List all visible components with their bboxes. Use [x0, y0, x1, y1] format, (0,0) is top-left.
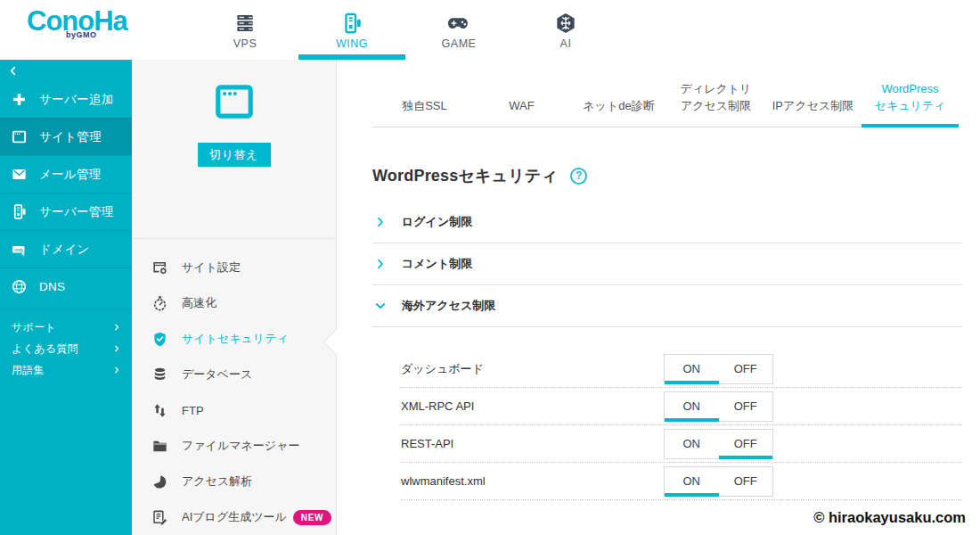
- support-link-glossary[interactable]: 用語集: [0, 359, 132, 381]
- site-menu-item-speed[interactable]: 高速化: [132, 285, 336, 321]
- tab-dir-access[interactable]: ディレクトリアクセス制限: [667, 81, 764, 127]
- sidebar-item-add-server[interactable]: サーバー追加: [0, 81, 132, 118]
- sidebar-item-label: サイト管理: [39, 129, 102, 145]
- tab-label-line: 独自SSL: [376, 98, 473, 115]
- accordion-label: ログイン制限: [402, 214, 472, 230]
- sidebar-item-site-manage[interactable]: サイト管理: [0, 118, 132, 155]
- top-tab-game[interactable]: GAME: [428, 0, 490, 60]
- sidebar-collapse-button[interactable]: [0, 60, 132, 81]
- main-content: 独自SSLWAFネットde診断ディレクトリアクセス制限IPアクセス制限WordP…: [337, 60, 980, 535]
- top-tab-vps[interactable]: VPS: [214, 0, 276, 60]
- toggle-off-button[interactable]: OFF: [719, 392, 773, 421]
- setting-row-wlwmanifest: wlwmanifest.xmlONOFF: [401, 463, 962, 500]
- accordion-comment-limit[interactable]: コメント制限: [372, 243, 962, 285]
- site-menu-item-label: FTP: [182, 404, 204, 417]
- site-menu-item-site-settings[interactable]: サイト設定: [132, 250, 336, 285]
- toggle-restapi: ONOFF: [664, 429, 773, 459]
- site-menu-item-file-manager[interactable]: ファイルマネージャー: [132, 428, 336, 464]
- accordion-overseas-limit[interactable]: 海外アクセス制限: [372, 285, 962, 327]
- security-tabs: 独自SSLWAFネットde診断ディレクトリアクセス制限IPアクセス制限WordP…: [372, 60, 962, 128]
- sidebar-item-domain[interactable]: .comドメイン: [0, 230, 132, 268]
- setting-row-xmlrpc: XML-RPC APIONOFF: [401, 388, 962, 425]
- accordion-label: コメント制限: [402, 256, 472, 272]
- support-link-faq[interactable]: よくある質問: [0, 338, 132, 359]
- toggle-off-button[interactable]: OFF: [719, 355, 773, 383]
- toggle-wlwmanifest: ONOFF: [664, 466, 773, 497]
- speed-icon: [151, 295, 168, 312]
- chevron-right-icon: [375, 217, 386, 227]
- support-link-label: サポート: [12, 320, 56, 335]
- setting-label: wlwmanifest.xml: [401, 474, 664, 488]
- site-menu-item-site-security[interactable]: サイトセキュリティ: [132, 321, 336, 357]
- chevron-down-icon: [375, 300, 386, 311]
- ai-blog-icon: [151, 509, 168, 526]
- site-menu: サイト設定高速化サイトセキュリティデータベースFTPファイルマネージャーアクセス…: [132, 250, 336, 535]
- tab-label-line: セキュリティ: [862, 98, 959, 115]
- accordion-login-limit[interactable]: ログイン制限: [372, 202, 962, 243]
- toggle-on-button[interactable]: ON: [665, 355, 719, 383]
- sidebar-item-label: サーバー管理: [39, 204, 113, 220]
- support-link-label: よくある質問: [12, 342, 78, 357]
- support-menu: サポートよくある質問用語集: [0, 309, 132, 381]
- left-sidebar: サーバー追加サイト管理メール管理サーバー管理.comドメインDNS サポートよく…: [0, 60, 132, 535]
- setting-label: ダッシュボード: [401, 361, 664, 377]
- tab-waf[interactable]: WAF: [473, 98, 570, 127]
- site-menu-item-ftp[interactable]: FTP: [132, 392, 336, 428]
- sidebar-menu: サーバー追加サイト管理メール管理サーバー管理.comドメインDNS: [0, 81, 132, 305]
- tab-label-line: アクセス制限: [667, 98, 764, 115]
- sidebar-item-mail-manage[interactable]: メール管理: [0, 155, 132, 193]
- chevron-left-icon: [8, 63, 18, 78]
- tab-net-check[interactable]: ネットde診断: [570, 98, 667, 127]
- support-link-support[interactable]: サポート: [0, 317, 132, 338]
- toggle-off-button[interactable]: OFF: [719, 467, 773, 496]
- site-menu-item-analytics[interactable]: アクセス解析: [132, 464, 336, 499]
- mail-icon: [11, 166, 28, 183]
- top-tab-label: AI: [560, 37, 572, 50]
- switch-site-button[interactable]: 切り替え: [198, 143, 271, 167]
- tab-ssl[interactable]: 独自SSL: [376, 98, 473, 127]
- window-icon: [11, 128, 28, 145]
- top-tab-label: VPS: [233, 37, 257, 50]
- site-menu-item-label: サイトセキュリティ: [182, 331, 289, 347]
- top-nav: VPSWINGGAMEAI: [214, 0, 641, 60]
- setting-row-restapi: REST-APIONOFF: [401, 425, 962, 463]
- site-menu-item-database[interactable]: データベース: [132, 357, 336, 392]
- site-panel: 切り替え サイト設定高速化サイトセキュリティデータベースFTPファイルマネージャ…: [132, 60, 337, 535]
- toggle-on-button[interactable]: ON: [665, 392, 719, 421]
- tab-label-line: WordPress: [862, 81, 959, 98]
- shield-icon: [151, 331, 168, 348]
- site-settings-icon: [151, 259, 168, 276]
- top-tab-ai[interactable]: AI: [535, 0, 597, 60]
- accordion-label: 海外アクセス制限: [402, 298, 495, 314]
- conoha-logo[interactable]: ConoHa byGMO: [27, 6, 127, 39]
- toggle-on-button[interactable]: ON: [665, 430, 719, 458]
- sidebar-item-server-manage[interactable]: サーバー管理: [0, 193, 132, 230]
- site-menu-item-ai-blog[interactable]: AIブログ生成ツールNEW: [132, 499, 336, 535]
- chevron-right-icon: [375, 259, 386, 269]
- top-tab-label: WING: [336, 37, 368, 50]
- new-badge: NEW: [293, 510, 331, 525]
- chevron-right-icon: [113, 366, 120, 374]
- site-menu-item-label: AIブログ生成ツール: [182, 509, 287, 525]
- server-icon: [11, 203, 28, 220]
- pie-icon: [151, 473, 168, 490]
- sidebar-item-label: ドメイン: [39, 242, 89, 258]
- conoha-control-panel: ConoHa byGMO VPSWINGGAMEAI サーバー追加サイト管理メー…: [0, 0, 980, 535]
- setting-label: REST-API: [401, 437, 664, 450]
- folder-icon: [151, 438, 168, 455]
- toggle-xmlrpc: ONOFF: [664, 391, 773, 422]
- tab-wp-security[interactable]: WordPressセキュリティ: [862, 81, 959, 127]
- toggle-on-button[interactable]: ON: [665, 467, 719, 496]
- sidebar-item-label: メール管理: [39, 167, 102, 183]
- sidebar-item-dns[interactable]: DNS: [0, 268, 132, 305]
- toggle-dashboard: ONOFF: [664, 354, 773, 384]
- tab-ip-access[interactable]: IPアクセス制限: [764, 98, 862, 127]
- site-menu-item-label: 高速化: [182, 295, 216, 311]
- database-icon: [151, 366, 168, 383]
- site-menu-item-label: ファイルマネージャー: [182, 438, 299, 454]
- top-tab-label: GAME: [442, 37, 477, 50]
- toggle-off-button[interactable]: OFF: [719, 430, 773, 458]
- top-tab-wing[interactable]: WING: [321, 0, 383, 60]
- help-icon[interactable]: ?: [570, 168, 587, 185]
- copyright-watermark: © hiraokayusaku.com: [813, 509, 966, 526]
